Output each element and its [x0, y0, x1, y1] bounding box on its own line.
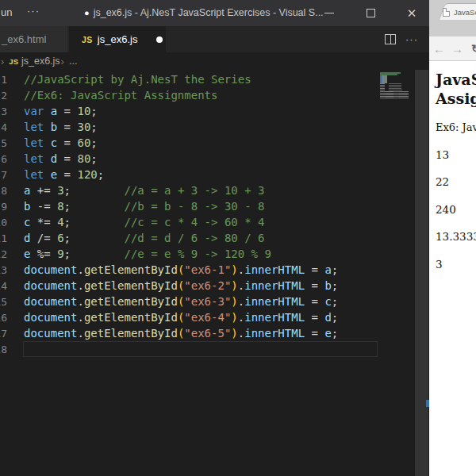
output-value: 22 — [436, 175, 476, 188]
tab-label: js_ex6.js — [98, 33, 138, 45]
output-values: 132224013.3333333333333343 — [436, 148, 476, 271]
line-number[interactable]: 17 — [0, 326, 7, 342]
code-line[interactable]: 6let d = 80; — [0, 151, 338, 167]
output-value: 13.333333333333334 — [436, 230, 476, 243]
screen: un ··· ●js_ex6.js - Aj.NesT JavaScript E… — [0, 0, 476, 476]
browser-toolbar: ← → ↻ — [429, 36, 476, 61]
page-favicon-icon — [443, 8, 450, 17]
line-number[interactable]: 9 — [0, 199, 7, 215]
reload-icon[interactable]: ↻ — [471, 42, 476, 55]
code-text: a += 3; //a = a + 3 -> 10 + 3 — [24, 184, 264, 197]
code-text: c *= 4; //c = c * 4 -> 60 * 4 — [24, 216, 264, 228]
line-number[interactable]: 18 — [0, 342, 7, 358]
code-line[interactable]: 10c *= 4; //c = c * 4 -> 60 * 4 — [0, 214, 338, 230]
code-line[interactable]: 4let b = 30; — [0, 119, 338, 135]
breadcrumb: › JS js_ex6.js › ... — [0, 52, 429, 70]
code-line[interactable]: 15document.getElementById("ex6-3").inner… — [0, 294, 338, 309]
code-text: //JavaScript by Aj.NesT the Series — [24, 73, 251, 86]
minimap-line — [380, 98, 416, 99]
vscode-window: un ··· ●js_ex6.js - Aj.NesT JavaScript E… — [0, 0, 429, 476]
javascript-file-icon: JS — [82, 35, 93, 44]
browser-page: JavaScript Assignments Ex6: JavaScript A… — [429, 61, 476, 476]
line-number[interactable]: 10 — [0, 215, 7, 231]
code-line[interactable]: 13document.getElementById("ex6-1").inner… — [0, 262, 338, 278]
code-line[interactable]: 8a += 3; //a = a + 3 -> 10 + 3 — [0, 182, 338, 198]
code-text: e %= 9; //e = e % 9 -> 120 % 9 — [24, 248, 271, 260]
code-text: let e = 120; — [24, 168, 104, 181]
tab-js-ex6-html[interactable]: _ex6.html — [0, 26, 68, 52]
tab-js-ex6-js[interactable]: JS js_ex6.js — [69, 26, 166, 52]
minimize-icon — [324, 13, 334, 14]
line-number[interactable]: 6 — [0, 152, 7, 167]
line-number[interactable]: 3 — [0, 104, 7, 120]
code-line[interactable]: 2//Ex6: JavaScript Assignments — [0, 87, 338, 103]
maximize-button[interactable] — [352, 0, 389, 26]
browser-window: JavaScript Assignments ← → ↻ JavaScript … — [429, 0, 476, 476]
code-line[interactable]: 18 — [0, 341, 338, 357]
code-line[interactable]: 12e %= 9; //e = e % 9 -> 120 % 9 — [0, 246, 338, 262]
page-heading: JavaScript Assignments — [436, 70, 476, 108]
breadcrumb-file[interactable]: js_ex6.js — [21, 56, 60, 67]
close-button[interactable]: ✕ — [393, 0, 430, 26]
code-text: //Ex6: JavaScript Assignments — [24, 89, 217, 102]
editor-actions-more-icon[interactable]: ··· — [405, 33, 418, 45]
line-number[interactable]: 1 — [0, 72, 7, 88]
split-editor-icon[interactable] — [385, 34, 396, 44]
code-line[interactable]: 11d /= 6; //d = d / 6 -> 80 / 6 — [0, 230, 338, 246]
editor-tab-bar: _ex6.html JS js_ex6.js ··· — [0, 26, 429, 52]
minimap[interactable] — [380, 72, 416, 99]
code-line[interactable]: 14document.getElementById("ex6-2").inner… — [0, 278, 338, 294]
code-text: b -= 8; //b = b - 8 -> 30 - 8 — [24, 200, 264, 213]
page-subtitle: Ex6: JavaScript Assignments — [436, 121, 476, 133]
code-text: document.getElementById("ex6-1").innerHT… — [24, 263, 338, 276]
maximize-icon — [367, 9, 375, 17]
code-text: let b = 30; — [24, 121, 98, 133]
browser-tab[interactable]: JavaScript Assignments — [439, 3, 476, 20]
editor-scrollbar[interactable] — [415, 70, 428, 476]
code-text: let d = 80; — [24, 152, 98, 165]
javascript-file-icon: JS — [9, 57, 18, 66]
minimize-button[interactable] — [311, 0, 347, 26]
code-line[interactable]: 7let e = 120; — [0, 167, 338, 182]
line-number[interactable]: 12 — [0, 247, 7, 263]
line-number[interactable]: 11 — [0, 231, 7, 247]
code-text: document.getElementById("ex6-3").innerHT… — [24, 295, 338, 308]
unsaved-changes-dot-icon[interactable] — [156, 36, 163, 43]
menu-overflow-icon[interactable]: ··· — [27, 5, 40, 17]
titlebar: un ··· ●js_ex6.js - Aj.NesT JavaScript E… — [0, 0, 429, 26]
code-text: document.getElementById("ex6-2").innerHT… — [24, 279, 338, 292]
menu-run-truncated[interactable]: un — [1, 6, 12, 18]
browser-chrome: JavaScript Assignments — [429, 0, 476, 36]
code-text: document.getElementById("ex6-5").innerHT… — [24, 327, 338, 340]
window-title: ●js_ex6.js - Aj.NesT JavaScript Exercise… — [84, 7, 324, 18]
browser-tab-title: JavaScript Assignments — [454, 8, 476, 17]
line-number[interactable]: 16 — [0, 310, 7, 326]
breadcrumb-symbol-more[interactable]: ... — [69, 56, 77, 67]
code-text: d /= 6; //d = d / 6 -> 80 / 6 — [24, 232, 264, 244]
chevron-right-icon: › — [61, 56, 64, 67]
code-line[interactable]: 5let c = 60; — [0, 135, 338, 151]
code-line[interactable]: 9b -= 8; //b = b - 8 -> 30 - 8 — [0, 198, 338, 214]
back-arrow-icon[interactable]: ← — [433, 42, 445, 56]
line-number[interactable]: 5 — [0, 136, 7, 152]
output-value: 3 — [436, 258, 476, 271]
code-line[interactable]: 3var a = 10; — [0, 103, 338, 119]
line-number[interactable]: 7 — [0, 167, 7, 183]
code-editor[interactable]: 1//JavaScript by Aj.NesT the Series2//Ex… — [0, 70, 429, 476]
code-line[interactable]: 17document.getElementById("ex6-5").inner… — [0, 325, 338, 341]
close-icon: ✕ — [407, 7, 417, 19]
line-number[interactable]: 8 — [0, 183, 7, 199]
output-value: 13 — [436, 148, 476, 161]
modified-dot-icon: ● — [84, 8, 90, 17]
code-text: document.getElementById("ex6-4").innerHT… — [24, 311, 338, 324]
line-number[interactable]: 2 — [0, 88, 7, 104]
code-area[interactable]: 1//JavaScript by Aj.NesT the Series2//Ex… — [0, 71, 338, 357]
code-text: let c = 60; — [24, 136, 98, 149]
line-number[interactable]: 13 — [0, 263, 7, 278]
line-number[interactable]: 15 — [0, 294, 7, 310]
code-line[interactable]: 16document.getElementById("ex6-4").inner… — [0, 309, 338, 325]
code-line[interactable]: 1//JavaScript by Aj.NesT the Series — [0, 71, 338, 87]
line-number[interactable]: 4 — [0, 120, 7, 136]
line-number[interactable]: 14 — [0, 278, 7, 294]
forward-arrow-icon[interactable]: → — [451, 42, 463, 56]
